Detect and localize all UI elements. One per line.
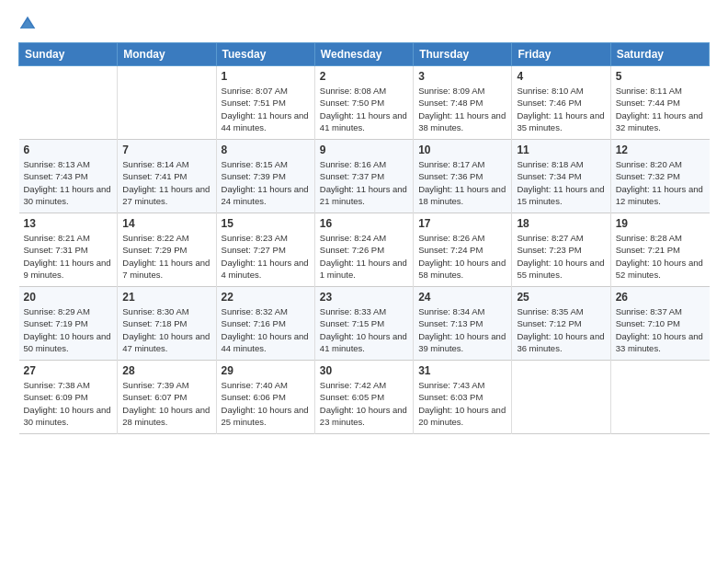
day-info: Sunrise: 8:07 AM Sunset: 7:51 PM Dayligh… <box>222 85 310 133</box>
day-info: Sunrise: 7:40 AM Sunset: 6:06 PM Dayligh… <box>222 379 310 428</box>
logo-icon <box>18 15 37 33</box>
day-info: Sunrise: 8:30 AM Sunset: 7:18 PM Dayligh… <box>122 305 210 354</box>
day-info: Sunrise: 8:18 AM Sunset: 7:34 PM Dayligh… <box>517 158 605 207</box>
day-cell: 28Sunrise: 7:39 AM Sunset: 6:07 PM Dayli… <box>118 361 216 434</box>
day-cell <box>118 66 216 140</box>
day-number: 4 <box>517 70 605 83</box>
day-info: Sunrise: 8:26 AM Sunset: 7:24 PM Dayligh… <box>418 232 506 281</box>
day-cell: 11Sunrise: 8:18 AM Sunset: 7:34 PM Dayli… <box>512 140 610 213</box>
day-number: 10 <box>418 144 506 156</box>
day-number: 9 <box>320 144 408 156</box>
day-info: Sunrise: 8:23 AM Sunset: 7:27 PM Dayligh… <box>222 232 310 281</box>
day-cell: 27Sunrise: 7:38 AM Sunset: 6:09 PM Dayli… <box>19 361 118 434</box>
day-number: 30 <box>320 364 408 377</box>
day-number: 31 <box>418 364 506 377</box>
week-row-4: 20Sunrise: 8:29 AM Sunset: 7:19 PM Dayli… <box>19 287 710 361</box>
day-number: 27 <box>24 364 113 377</box>
day-cell: 1Sunrise: 8:07 AM Sunset: 7:51 PM Daylig… <box>216 66 314 140</box>
header-monday: Monday <box>118 43 216 66</box>
day-number: 23 <box>320 291 408 304</box>
day-info: Sunrise: 8:33 AM Sunset: 7:15 PM Dayligh… <box>320 305 408 354</box>
header-friday: Friday <box>512 43 610 66</box>
day-number: 20 <box>24 291 113 304</box>
day-cell: 19Sunrise: 8:28 AM Sunset: 7:21 PM Dayli… <box>610 213 709 287</box>
day-info: Sunrise: 8:08 AM Sunset: 7:50 PM Dayligh… <box>320 85 408 133</box>
day-cell <box>19 66 118 140</box>
day-cell: 26Sunrise: 8:37 AM Sunset: 7:10 PM Dayli… <box>610 287 709 361</box>
day-info: Sunrise: 8:28 AM Sunset: 7:21 PM Dayligh… <box>616 232 705 281</box>
day-info: Sunrise: 8:17 AM Sunset: 7:36 PM Dayligh… <box>418 158 506 207</box>
day-number: 24 <box>418 291 506 304</box>
day-number: 28 <box>122 364 210 377</box>
day-info: Sunrise: 7:42 AM Sunset: 6:05 PM Dayligh… <box>320 379 408 428</box>
day-cell <box>512 361 610 434</box>
day-number: 21 <box>122 291 210 304</box>
day-number: 26 <box>616 291 705 304</box>
day-number: 19 <box>616 217 705 230</box>
day-info: Sunrise: 7:43 AM Sunset: 6:03 PM Dayligh… <box>418 379 506 428</box>
day-cell: 31Sunrise: 7:43 AM Sunset: 6:03 PM Dayli… <box>414 361 512 434</box>
day-cell: 14Sunrise: 8:22 AM Sunset: 7:29 PM Dayli… <box>118 213 216 287</box>
day-cell: 12Sunrise: 8:20 AM Sunset: 7:32 PM Dayli… <box>610 140 709 213</box>
day-info: Sunrise: 8:22 AM Sunset: 7:29 PM Dayligh… <box>122 232 210 281</box>
header-thursday: Thursday <box>414 43 512 66</box>
day-info: Sunrise: 8:10 AM Sunset: 7:46 PM Dayligh… <box>517 85 605 133</box>
day-cell <box>610 361 709 434</box>
day-number: 12 <box>616 144 705 156</box>
day-cell: 22Sunrise: 8:32 AM Sunset: 7:16 PM Dayli… <box>216 287 314 361</box>
day-number: 11 <box>517 144 605 156</box>
day-number: 13 <box>24 217 113 230</box>
day-info: Sunrise: 8:29 AM Sunset: 7:19 PM Dayligh… <box>24 305 113 354</box>
day-cell: 30Sunrise: 7:42 AM Sunset: 6:05 PM Dayli… <box>314 361 413 434</box>
header-tuesday: Tuesday <box>216 43 314 66</box>
day-info: Sunrise: 8:34 AM Sunset: 7:13 PM Dayligh… <box>418 305 506 354</box>
day-cell: 25Sunrise: 8:35 AM Sunset: 7:12 PM Dayli… <box>512 287 610 361</box>
day-number: 29 <box>222 364 310 377</box>
day-info: Sunrise: 8:14 AM Sunset: 7:41 PM Dayligh… <box>122 158 210 207</box>
day-info: Sunrise: 8:13 AM Sunset: 7:43 PM Dayligh… <box>24 158 113 207</box>
day-info: Sunrise: 8:09 AM Sunset: 7:48 PM Dayligh… <box>418 85 506 133</box>
day-number: 3 <box>418 70 506 83</box>
day-cell: 18Sunrise: 8:27 AM Sunset: 7:23 PM Dayli… <box>512 213 610 287</box>
day-cell: 2Sunrise: 8:08 AM Sunset: 7:50 PM Daylig… <box>314 66 413 140</box>
day-number: 15 <box>222 217 310 230</box>
header-saturday: Saturday <box>610 43 709 66</box>
day-cell: 13Sunrise: 8:21 AM Sunset: 7:31 PM Dayli… <box>19 213 118 287</box>
day-info: Sunrise: 8:21 AM Sunset: 7:31 PM Dayligh… <box>24 232 113 281</box>
calendar-table: SundayMondayTuesdayWednesdayThursdayFrid… <box>18 42 710 434</box>
header-row: SundayMondayTuesdayWednesdayThursdayFrid… <box>19 43 710 66</box>
day-cell: 5Sunrise: 8:11 AM Sunset: 7:44 PM Daylig… <box>610 66 709 140</box>
day-cell: 20Sunrise: 8:29 AM Sunset: 7:19 PM Dayli… <box>19 287 118 361</box>
day-cell: 10Sunrise: 8:17 AM Sunset: 7:36 PM Dayli… <box>414 140 512 213</box>
day-number: 17 <box>418 217 506 230</box>
day-number: 7 <box>122 144 210 156</box>
day-number: 25 <box>517 291 605 304</box>
day-cell: 16Sunrise: 8:24 AM Sunset: 7:26 PM Dayli… <box>314 213 413 287</box>
day-cell: 29Sunrise: 7:40 AM Sunset: 6:06 PM Dayli… <box>216 361 314 434</box>
day-cell: 23Sunrise: 8:33 AM Sunset: 7:15 PM Dayli… <box>314 287 413 361</box>
week-row-5: 27Sunrise: 7:38 AM Sunset: 6:09 PM Dayli… <box>19 361 710 434</box>
day-info: Sunrise: 7:39 AM Sunset: 6:07 PM Dayligh… <box>122 379 210 428</box>
day-cell: 15Sunrise: 8:23 AM Sunset: 7:27 PM Dayli… <box>216 213 314 287</box>
day-number: 2 <box>320 70 408 83</box>
day-info: Sunrise: 8:37 AM Sunset: 7:10 PM Dayligh… <box>616 305 705 354</box>
day-cell: 24Sunrise: 8:34 AM Sunset: 7:13 PM Dayli… <box>414 287 512 361</box>
day-number: 1 <box>222 70 310 83</box>
day-cell: 9Sunrise: 8:16 AM Sunset: 7:37 PM Daylig… <box>314 140 413 213</box>
day-info: Sunrise: 8:35 AM Sunset: 7:12 PM Dayligh… <box>517 305 605 354</box>
day-number: 8 <box>222 144 310 156</box>
day-number: 18 <box>517 217 605 230</box>
header-sunday: Sunday <box>19 43 118 66</box>
day-cell: 4Sunrise: 8:10 AM Sunset: 7:46 PM Daylig… <box>512 66 610 140</box>
day-info: Sunrise: 8:15 AM Sunset: 7:39 PM Dayligh… <box>222 158 310 207</box>
day-cell: 6Sunrise: 8:13 AM Sunset: 7:43 PM Daylig… <box>19 140 118 213</box>
day-info: Sunrise: 8:20 AM Sunset: 7:32 PM Dayligh… <box>616 158 705 207</box>
week-row-2: 6Sunrise: 8:13 AM Sunset: 7:43 PM Daylig… <box>19 140 710 213</box>
day-info: Sunrise: 8:27 AM Sunset: 7:23 PM Dayligh… <box>517 232 605 281</box>
header-wednesday: Wednesday <box>314 43 413 66</box>
day-info: Sunrise: 8:16 AM Sunset: 7:37 PM Dayligh… <box>320 158 408 207</box>
day-number: 16 <box>320 217 408 230</box>
day-cell: 7Sunrise: 8:14 AM Sunset: 7:41 PM Daylig… <box>118 140 216 213</box>
day-info: Sunrise: 8:32 AM Sunset: 7:16 PM Dayligh… <box>222 305 310 354</box>
day-cell: 3Sunrise: 8:09 AM Sunset: 7:48 PM Daylig… <box>414 66 512 140</box>
